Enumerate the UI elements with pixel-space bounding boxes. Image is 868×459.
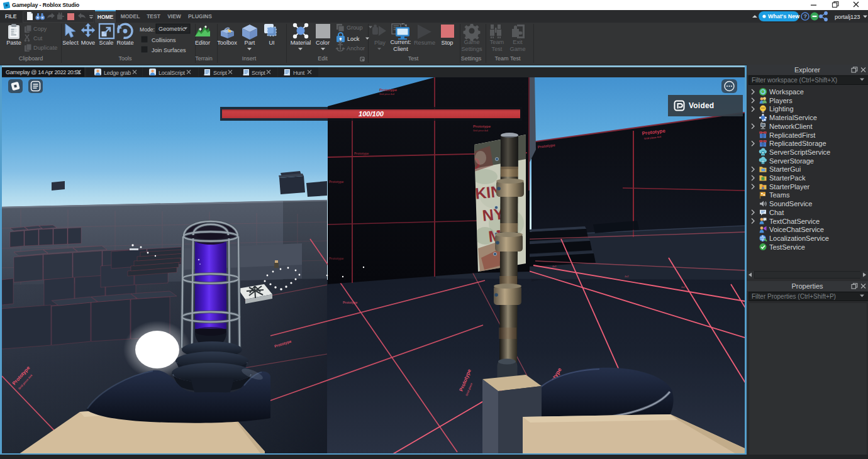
svg-text:Group: Group: [347, 25, 363, 31]
svg-text:Tools: Tools: [118, 55, 132, 62]
svg-text:Script: Script: [213, 70, 227, 76]
svg-text:Clipboard: Clipboard: [19, 55, 43, 62]
svg-text:Terrain: Terrain: [195, 55, 213, 62]
svg-text:Ledge grab: Ledge grab: [104, 70, 131, 76]
svg-text:Exit: Exit: [513, 39, 523, 45]
svg-text:Copy: Copy: [33, 26, 47, 32]
svg-text:Cut: Cut: [33, 35, 43, 41]
svg-text:?: ?: [803, 13, 807, 19]
svg-text:Prototype: Prototype: [379, 88, 398, 92]
svg-text:VoiceChatService: VoiceChatService: [769, 226, 824, 233]
svg-text:Stop: Stop: [442, 40, 453, 46]
svg-text:Chat: Chat: [769, 209, 784, 216]
svg-text:Test: Test: [408, 55, 419, 62]
svg-text:Anchor: Anchor: [347, 45, 365, 52]
svg-text:Team Test: Team Test: [495, 55, 521, 62]
svg-text:Teams: Teams: [769, 191, 790, 199]
svg-text:Collisions: Collisions: [152, 37, 176, 43]
svg-text:Insert: Insert: [242, 55, 257, 62]
svg-text:StarterPlayer: StarterPlayer: [769, 183, 810, 191]
svg-text:Rotate: Rotate: [116, 40, 133, 46]
svg-text:4x2: 4x2: [681, 285, 686, 289]
svg-text:ServerScriptService: ServerScriptService: [769, 148, 830, 156]
svg-text:Prototype: Prototype: [473, 124, 491, 128]
svg-text:LocalizationService: LocalizationService: [769, 235, 829, 242]
svg-text:Workspace: Workspace: [769, 88, 804, 96]
svg-text:Play: Play: [374, 40, 386, 46]
svg-text:Team: Team: [490, 39, 504, 45]
svg-text:Gameplay @ 14 Apr 2022 20:51: Gameplay @ 14 Apr 2022 20:51: [6, 69, 81, 75]
svg-text:Settings: Settings: [461, 55, 482, 62]
svg-text:TextChatService: TextChatService: [769, 218, 820, 225]
svg-text:Material: Material: [291, 40, 311, 46]
svg-text:Game: Game: [509, 46, 525, 52]
svg-text:What's New: What's New: [768, 13, 800, 19]
svg-text:Join Surfaces: Join Surfaces: [152, 47, 186, 53]
svg-text:Resume: Resume: [414, 40, 435, 46]
svg-text:Hunt: Hunt: [293, 70, 305, 76]
svg-text:Prototype: Prototype: [329, 257, 344, 260]
svg-text:Test: Test: [492, 46, 503, 52]
svg-text:Part: Part: [245, 40, 255, 46]
svg-text:StarterGui: StarterGui: [769, 165, 801, 173]
svg-text:Players: Players: [769, 97, 793, 104]
svg-text:Settings: Settings: [461, 46, 482, 52]
svg-text:portalj123: portalj123: [835, 14, 860, 20]
svg-text:Move: Move: [81, 40, 95, 46]
svg-text:Prototype: Prototype: [329, 180, 344, 184]
svg-text:Select: Select: [62, 40, 79, 46]
svg-text:Editor: Editor: [195, 40, 210, 46]
svg-text:Script: Script: [252, 70, 265, 76]
svg-text:Current:: Current:: [390, 39, 411, 45]
svg-text:Color: Color: [316, 40, 330, 46]
svg-text:Geometric: Geometric: [159, 26, 186, 32]
svg-text:Mode:: Mode:: [140, 26, 155, 33]
svg-text:Paste: Paste: [6, 40, 21, 46]
svg-text:Scale: Scale: [99, 40, 114, 46]
svg-text:Client: Client: [393, 46, 408, 52]
svg-text:Lock: Lock: [347, 36, 360, 42]
svg-text:Lighting: Lighting: [769, 105, 794, 113]
svg-text:Game: Game: [464, 39, 479, 45]
svg-text:StarterPack: StarterPack: [769, 174, 806, 182]
svg-text:4x2: 4x2: [625, 275, 629, 278]
svg-text:SoundService: SoundService: [769, 200, 813, 207]
svg-text:Toolbox: Toolbox: [217, 40, 237, 46]
svg-text:UI: UI: [269, 40, 274, 46]
svg-text:4x2: 4x2: [552, 265, 557, 268]
svg-text:LocalScript: LocalScript: [159, 70, 186, 76]
svg-text:Prototype: Prototype: [354, 152, 369, 155]
svg-text:ServerStorage: ServerStorage: [769, 157, 814, 165]
svg-text:Edit: Edit: [318, 55, 328, 62]
svg-text:TestService: TestService: [769, 243, 805, 251]
svg-text:Grid piece 4x4: Grid piece 4x4: [379, 93, 394, 96]
svg-text:Duplicate: Duplicate: [33, 45, 57, 51]
svg-text:ReplicatedStorage: ReplicatedStorage: [769, 140, 826, 147]
svg-text:MaterialService: MaterialService: [769, 114, 817, 121]
svg-text:Grid piece 4x4: Grid piece 4x4: [473, 130, 488, 132]
svg-text:ReplicatedFirst: ReplicatedFirst: [769, 131, 815, 139]
svg-text:NetworkClient: NetworkClient: [769, 123, 812, 130]
svg-text:Prototype: Prototype: [343, 301, 358, 304]
